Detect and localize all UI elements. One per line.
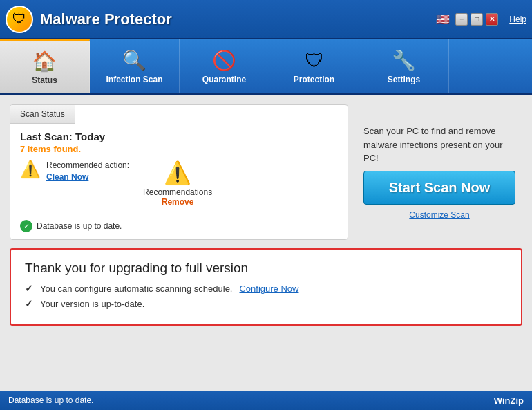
upgrade-item-1: ✓ Your version is up-to-date. [25, 298, 507, 309]
scan-description: Scan your PC to find and remove malware … [363, 124, 515, 165]
customize-scan-link[interactable]: Customize Scan [409, 210, 469, 220]
infection-scan-icon: 🔍 [122, 49, 146, 72]
recommended-action-label: Recommended action: [46, 160, 129, 170]
status-bar-text: Database is up to date. [8, 395, 93, 405]
recommendations-box: ⚠️ Recommendations Remove [143, 160, 212, 207]
tab-quarantine[interactable]: 🚫 Quarantine [180, 39, 269, 93]
tab-status[interactable]: 🏠 Status [0, 39, 90, 93]
recommendations-label: Recommendations [143, 187, 212, 197]
scan-status-panel: Scan Status Last Scan: Today 7 items fou… [10, 104, 348, 240]
start-scan-button[interactable]: Start Scan Now [363, 171, 515, 205]
last-scan-title: Last Scan: Today [20, 131, 338, 142]
upgrade-title: Thank you for upgrading to full version [25, 261, 507, 276]
tab-infection-scan-label: Infection Scan [106, 75, 162, 84]
recommendations-icon: ⚠️ [143, 160, 212, 186]
tab-protection[interactable]: 🛡 Protection [269, 39, 359, 93]
tab-quarantine-label: Quarantine [202, 75, 246, 84]
minimize-button[interactable]: – [455, 13, 468, 26]
maximize-button[interactable]: □ [471, 13, 483, 26]
window-controls: – □ ✕ [455, 13, 498, 26]
protection-icon: 🛡 [305, 49, 324, 72]
database-status-text: Database is up to date. [37, 221, 122, 231]
upgrade-item-text-0: You can configure automatic scanning sch… [40, 283, 232, 294]
quarantine-icon: 🚫 [212, 49, 236, 72]
checkmark-icon-0: ✓ [25, 283, 33, 294]
clean-now-link[interactable]: Clean Now [46, 172, 88, 182]
title-bar: Malware Protector 🇺🇸 – □ ✕ Help [0, 0, 532, 39]
scan-status-tab: Scan Status [10, 105, 75, 124]
recommended-action: ⚠️ Recommended action: Clean Now [20, 160, 129, 183]
configure-now-link[interactable]: Configure Now [239, 283, 298, 294]
scan-status-body: Last Scan: Today 7 items found. ⚠️ Recom… [10, 124, 348, 239]
warning-icon: ⚠️ [20, 160, 41, 179]
close-button[interactable]: ✕ [486, 13, 498, 26]
upgrade-item-0: ✓ You can configure automatic scanning s… [25, 283, 507, 294]
scan-area: Scan Status Last Scan: Today 7 items fou… [10, 104, 522, 240]
winzip-brand: WinZip [494, 395, 524, 406]
home-icon: 🏠 [32, 50, 57, 73]
upgrade-item-text-1: Your version is up-to-date. [40, 299, 144, 309]
database-status: ✓ Database is up to date. [20, 214, 338, 232]
action-text: Recommended action: Clean Now [46, 160, 129, 183]
app-title: Malware Protector [40, 10, 436, 28]
nav-tabs: 🏠 Status 🔍 Infection Scan 🚫 Quarantine 🛡… [0, 39, 532, 95]
right-scan-panel: Scan your PC to find and remove malware … [357, 104, 522, 240]
upgrade-panel: Thank you for upgrading to full version … [10, 248, 522, 326]
settings-icon: 🔧 [392, 49, 416, 72]
tab-status-label: Status [32, 75, 57, 85]
help-button[interactable]: Help [509, 15, 526, 24]
tab-settings-label: Settings [388, 75, 420, 84]
check-icon: ✓ [20, 220, 32, 232]
items-found: 7 items found. [20, 144, 338, 154]
tab-settings[interactable]: 🔧 Settings [359, 39, 449, 93]
flag-icon: 🇺🇸 [436, 12, 450, 26]
status-bar: Database is up to date. WinZip [0, 391, 532, 410]
scan-details: ⚠️ Recommended action: Clean Now ⚠️ Reco… [20, 160, 338, 207]
tab-protection-label: Protection [294, 75, 334, 84]
remove-link[interactable]: Remove [143, 197, 212, 207]
tab-infection-scan[interactable]: 🔍 Infection Scan [90, 39, 180, 93]
app-icon [6, 6, 33, 33]
main-content: Scan Status Last Scan: Today 7 items fou… [0, 95, 532, 391]
checkmark-icon-1: ✓ [25, 298, 33, 309]
